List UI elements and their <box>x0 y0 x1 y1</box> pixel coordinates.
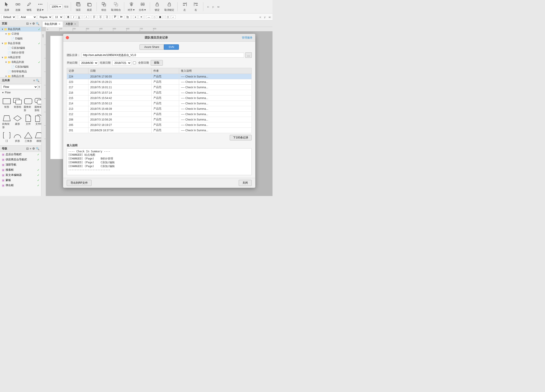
bold-button[interactable]: B <box>66 15 71 19</box>
unlock-tool[interactable]: 取消锁定 <box>163 1 175 12</box>
align-right-button[interactable] <box>104 15 110 19</box>
underline-button[interactable]: U <box>77 15 81 19</box>
fill-button[interactable]: ▣ <box>158 15 162 19</box>
toggle-a-goods[interactable]: ▼ <box>1 56 4 59</box>
corner-button[interactable]: ⌐ <box>171 15 176 19</box>
master-item-supplier-nav[interactable]: ▣ 供应商后台导航栏 ✓ <box>0 157 41 162</box>
history-table-row[interactable]: 2242018/7/6 17:00:55产品范---- Check In Sum… <box>67 74 252 79</box>
history-table-row[interactable]: 2132018/7/5 15:48:39产品范---- Check In Sum… <box>67 106 252 112</box>
history-table-row[interactable]: 2052018/7/2 18:19:27产品范---- Check In Sum… <box>67 122 252 128</box>
master-expand-icon[interactable]: ⊡ <box>26 147 29 150</box>
align-left-button[interactable] <box>92 15 97 19</box>
all-date-checkbox[interactable] <box>133 61 136 64</box>
connect-tool[interactable]: 连接 <box>13 1 23 12</box>
font-select[interactable]: Arial <box>19 15 37 19</box>
distribute-tool[interactable]: 分布▼ <box>138 1 148 12</box>
toggle-b-member-list[interactable]: ▼ <box>1 28 4 31</box>
tab-a-login[interactable]: A登录 ✕ <box>63 21 79 27</box>
size-select[interactable]: 13 <box>53 15 63 19</box>
pages-filter-icon[interactable]: ⚙ <box>32 22 35 25</box>
history-table-row[interactable]: 2012018/6/29 18:37:54产品范---- Check In Su… <box>67 128 252 133</box>
component-bracket[interactable]: [ ] <box>2 131 12 143</box>
style-select[interactable]: Default <box>1 15 16 19</box>
export-button[interactable]: 导出到RP文件 <box>67 180 92 186</box>
border-button[interactable]: □ <box>152 15 157 19</box>
history-table-row[interactable]: 2152018/7/5 15:54:42产品范---- Check In Sum… <box>67 95 252 101</box>
component-dropdown[interactable]: Flow <box>1 85 38 89</box>
pages-add-icon[interactable]: + <box>30 22 31 25</box>
start-date-select[interactable]: 2018/6/30 <box>79 61 98 65</box>
history-table-row[interactable]: 2172018/7/5 16:01:11产品范---- Check In Sum… <box>67 85 252 90</box>
tree-item-c-add-edit[interactable]: ▶ 📄 C添加/编辑 <box>0 46 41 50</box>
master-search-icon[interactable]: 🔍 <box>36 147 39 150</box>
toggle-b-member-level[interactable]: ▼ <box>1 42 4 44</box>
weight-select[interactable]: Regular <box>38 15 52 19</box>
svn-tab[interactable]: SVN <box>164 44 179 50</box>
component-file[interactable]: 文件 <box>23 114 33 130</box>
dialog-close-btn[interactable]: 关闭 <box>239 180 252 186</box>
pen-tool[interactable]: 钢笔 <box>24 1 34 12</box>
zoom-control[interactable]: 100% ▾ <box>50 5 62 9</box>
tree-item-b-member-level[interactable]: ▼ 📁 B会员等级 ✓ <box>0 41 41 46</box>
italic-button[interactable]: I <box>71 15 76 19</box>
history-table-row[interactable]: 2232018/7/6 15:28:21产品范---- Check In Sum… <box>67 79 252 85</box>
more-tool[interactable]: 更多▼ <box>35 1 45 12</box>
lock-tool[interactable]: 锁定 <box>152 1 162 12</box>
history-table-row[interactable]: 2082018/7/3 10:56:26产品范---- Check In Sum… <box>67 117 252 122</box>
flow-group-arrow[interactable]: ▼ <box>2 91 4 94</box>
tree-item-d-edit[interactable]: ▶ 📄 D编辑 <box>0 36 41 41</box>
align-center-button[interactable] <box>98 15 103 19</box>
master-add-icon[interactable]: + <box>30 147 31 150</box>
pages-search-icon[interactable]: 🔍 <box>36 22 39 25</box>
pages-expand-icon[interactable]: ⊡ <box>26 22 29 25</box>
uncombine-tool[interactable]: 取消组合 <box>110 1 122 12</box>
tab-b-member-list[interactable]: B会员列表 ✕ <box>42 21 63 27</box>
fetch-button[interactable]: 获取 <box>151 60 163 66</box>
component-menu-icon[interactable]: ≡ <box>33 79 35 82</box>
toggle-b-category[interactable]: ▼ <box>5 75 8 77</box>
master-item-popup[interactable]: ▣ 弹出框 ✓ <box>0 183 41 188</box>
dir-browse-button[interactable]: … <box>245 52 252 58</box>
component-diamond[interactable]: 菱形 <box>12 114 22 130</box>
tab-close-icon[interactable]: ✕ <box>74 23 76 25</box>
valign-top-button[interactable] <box>112 15 118 19</box>
bottom-layer-tool[interactable]: 底层 <box>84 1 94 12</box>
combine-tool[interactable]: 组合 <box>99 1 109 12</box>
end-date-select[interactable]: 2018/7/21 <box>112 61 131 65</box>
component-round-rect[interactable]: 圆角矩形 <box>23 97 33 113</box>
master-item-admin-nav[interactable]: ▣ 总后台导航栏 ✓ <box>0 152 41 157</box>
tree-item-b-points[interactable]: ▶ 📄 B积分管理 <box>0 50 41 55</box>
left-align-tool[interactable]: 左 <box>180 1 190 12</box>
component-rect-group[interactable]: 矩形组 <box>12 97 22 113</box>
component-file-group[interactable]: 文件组 <box>34 114 41 130</box>
toggle-b-goods-list[interactable]: ▼ <box>5 61 8 63</box>
master-filter-icon[interactable]: ⚙ <box>32 147 35 150</box>
tree-item-c-detail[interactable]: ▼ 📁 C详情 <box>0 31 41 36</box>
shadow-button[interactable]: ◻ <box>166 15 170 19</box>
history-table-row[interactable]: 2122018/7/5 15:31:19产品范---- Check In Sum… <box>67 112 252 117</box>
master-item-search-bar[interactable]: ▣ 搜索框 ✓ <box>0 167 41 173</box>
component-trapezoid2[interactable]: 梯形 <box>34 131 41 143</box>
history-table-row[interactable]: 2162018/7/5 15:57:14产品范---- Check In Sum… <box>67 90 252 95</box>
master-item-template[interactable]: ▣ 蒙板 ✓ <box>0 178 41 183</box>
axure-share-tab[interactable]: Axure Share <box>140 44 164 50</box>
valign-mid-button[interactable] <box>119 15 124 19</box>
line-style-button[interactable]: — <box>146 15 151 19</box>
master-item-top-nav[interactable]: ▣ 顶部导航 <box>0 162 41 167</box>
indent-button[interactable]: ⇥ <box>139 15 143 19</box>
right-align-tool[interactable]: 右 <box>191 1 201 12</box>
dialog-close-button[interactable] <box>66 36 69 39</box>
more-records-button[interactable]: 下100条记录 <box>230 135 252 140</box>
valign-bot-button[interactable] <box>125 15 130 19</box>
dir-input[interactable] <box>81 53 244 58</box>
top-layer-tool[interactable]: 顶层 <box>73 1 83 12</box>
component-rect[interactable]: 矩形 <box>2 97 12 113</box>
tree-item-b-category[interactable]: ▼ 📁 B商品分类 <box>0 74 41 77</box>
tree-item-b-review[interactable]: ▶ 📄 B待审核商品 <box>0 69 41 74</box>
tree-item-c-goods-add[interactable]: ▶ 📄 C添加/编辑 <box>0 64 41 69</box>
toggle-c-detail[interactable]: ▼ <box>5 33 8 35</box>
color-button[interactable]: A <box>84 15 89 19</box>
tab-close-icon[interactable]: ✕ <box>58 23 61 25</box>
component-arch[interactable]: 拱形 <box>12 131 22 143</box>
master-item-rich-editor[interactable]: ▣ 富文本编辑器 ✓ <box>0 173 41 178</box>
